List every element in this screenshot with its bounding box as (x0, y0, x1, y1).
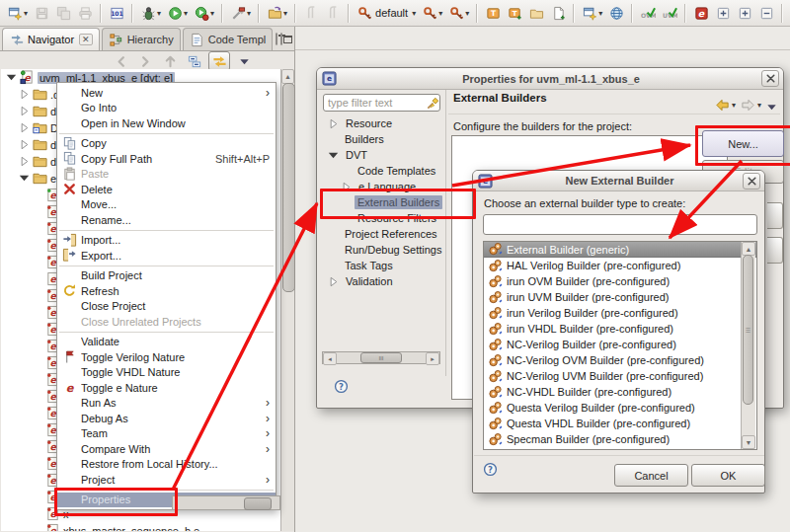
launch-group-button[interactable]: ▾ (445, 0, 472, 26)
prefs-tree-item-validation[interactable]: Validation (323, 273, 441, 289)
clear-filter-broom-icon[interactable] (425, 95, 440, 111)
builder-type-item[interactable]: irun OVM Builder (pre-configured) (484, 273, 756, 289)
view-menu-icon[interactable] (763, 99, 779, 114)
menu-item-rename[interactable]: Rename... (57, 212, 276, 228)
menu-item-project[interactable]: Project› (57, 472, 276, 488)
browser-button[interactable] (605, 0, 627, 26)
ok-button[interactable]: OK (691, 464, 765, 487)
menu-item-copy-full-path[interactable]: Copy Full PathShift+Alt+P (57, 151, 276, 167)
run-history-button[interactable]: ▾ (191, 0, 217, 26)
link-with-editor-button[interactable] (208, 51, 230, 71)
minimize-button[interactable] (276, 33, 277, 45)
builder-type-item[interactable]: HAL Verilog Builder (pre-configured) (484, 258, 756, 273)
scrollbar-thumb[interactable] (244, 497, 272, 510)
menu-item-open-in-new-window[interactable]: Open in New Window (57, 115, 276, 131)
menu-item-validate[interactable]: Validate (57, 335, 276, 350)
help-icon[interactable]: ? (333, 378, 349, 394)
prefs-tree-item-builders[interactable]: Builders (323, 131, 441, 147)
builder-type-item[interactable]: NC-Verilog Builder (pre-configured) (484, 337, 756, 352)
properties-dialog-titlebar[interactable]: e Properties for uvm_ml-1.1_xbus_e (317, 68, 783, 90)
builder-type-item[interactable]: irun VHDL Builder (pre-configured) (484, 321, 756, 337)
ovm-compliance-button[interactable]: OVM (637, 0, 659, 26)
scroll-right-icon[interactable]: ▸ (426, 352, 439, 365)
builder-type-filter-input[interactable] (483, 214, 757, 235)
builder-type-item[interactable]: NC-VHDL Builder (pre-configured) (484, 384, 756, 400)
close-icon[interactable] (761, 70, 779, 87)
prefs-tree-item-resource[interactable]: Resource (323, 115, 441, 131)
builder-type-item[interactable]: irun Verilog Builder (pre-configured) (484, 305, 756, 321)
scrollbar-thumb[interactable]: ☰ (743, 255, 753, 405)
scroll-up-icon[interactable]: ▲ (742, 242, 755, 256)
forward-dropdown-icon[interactable]: ▾ (757, 101, 761, 110)
external-tools-button[interactable]: ▾ (227, 0, 254, 26)
forward-icon[interactable] (740, 97, 755, 113)
menu-item-run-as[interactable]: Run As› (57, 396, 276, 412)
new-verilog-file-button[interactable]: T (504, 0, 525, 26)
menu-item-restore-from-local-history[interactable]: Restore from Local History... (57, 457, 276, 473)
prefs-tree-item-dvt[interactable]: DVT (323, 147, 441, 163)
new-builder-dialog-titlebar[interactable]: e New External Builder (473, 171, 764, 191)
maximize-button[interactable] (280, 33, 282, 45)
tab-code-templ[interactable]: Code Templ (183, 28, 274, 50)
run-button[interactable]: ▾ (164, 0, 191, 26)
view-menu-button[interactable] (233, 51, 255, 71)
launch-config-button[interactable]: ▾ (419, 0, 445, 26)
prefs-tree-item-code-templates[interactable]: Code Templates (323, 163, 441, 179)
close-icon[interactable] (743, 173, 760, 190)
scroll-up-icon[interactable]: ▲ (281, 69, 294, 84)
builder-type-item[interactable]: irun UVM Builder (pre-configured) (484, 289, 756, 305)
menu-item-new[interactable]: New› (57, 85, 276, 101)
menu-item-team[interactable]: Team› (57, 426, 276, 442)
help-icon[interactable]: ? (482, 461, 498, 477)
menu-item-delete[interactable]: Delete (57, 182, 276, 197)
menu-item-close-project[interactable]: Close Project (57, 299, 276, 315)
builder-type-item[interactable]: NC-Verilog UVM Builder (pre-configured) (484, 368, 756, 384)
builder-type-item[interactable]: NC-Verilog OVM Builder (pre-configured) (484, 352, 756, 368)
default-launch-combo[interactable]: default▾ (354, 0, 419, 26)
navigator-vertical-scrollbar[interactable]: ▲ (280, 69, 294, 531)
preferences-tree-hscrollbar[interactable]: ◂ ‖‖ ▸ (322, 351, 440, 364)
menu-item-export[interactable]: Export... (57, 248, 276, 264)
scroll-down-icon[interactable]: ▼ (742, 435, 755, 449)
tree-item-xbus-master-sequence-h-e[interactable]: exbus_master_sequence_h.e (1, 522, 280, 531)
menu-item-compare-with[interactable]: Compare With› (57, 441, 276, 457)
scrollbar-thumb[interactable] (282, 83, 295, 292)
menu-item-move[interactable]: Move... (57, 197, 276, 213)
collapse-button[interactable] (755, 0, 777, 26)
back-dropdown-icon[interactable]: ▾ (732, 101, 736, 110)
debug-button[interactable]: ▾ (137, 0, 164, 26)
expand-all-button[interactable] (734, 0, 755, 26)
new-window-button[interactable]: ▾ (579, 0, 605, 26)
builder-type-item[interactable]: Questa Verilog Builder (pre-configured) (484, 400, 756, 416)
back-icon[interactable] (714, 97, 730, 113)
scrollbar-thumb[interactable]: ‖‖ (360, 352, 402, 363)
new-file-button[interactable] (547, 0, 569, 26)
expand-button[interactable] (712, 0, 734, 26)
prefs-tree-item-project-references[interactable]: Project References (323, 226, 441, 242)
uvm-compliance-button[interactable]: UVM (659, 0, 680, 26)
builder-type-item[interactable]: External Builder (generic) (484, 242, 756, 258)
e-compile-button[interactable]: e (690, 0, 712, 26)
close-icon[interactable]: ✕ (79, 34, 93, 45)
menu-item-toggle-e-nature[interactable]: eToggle e Nature (57, 380, 276, 396)
builder-type-item[interactable]: Questa VHDL Builder (pre-configured) (484, 416, 756, 431)
navigator-horizontal-scrollbar[interactable] (172, 495, 280, 510)
build-button[interactable]: 101 (106, 0, 127, 26)
scroll-left-icon[interactable]: ◂ (323, 352, 337, 365)
new-e-file-button[interactable]: T (482, 0, 504, 26)
menu-item-build-project[interactable]: Build Project (57, 268, 276, 284)
new-wizard-button[interactable]: ▾ (4, 0, 31, 26)
new-folder-button[interactable] (525, 0, 547, 26)
filter-input[interactable] (323, 94, 440, 112)
menu-item-toggle-verilog-nature[interactable]: Toggle Verilog Nature (57, 349, 276, 365)
menu-item-refresh[interactable]: Refresh (57, 283, 276, 299)
prefs-tree-item-task-tags[interactable]: Task Tags (323, 258, 441, 273)
open-resource-button[interactable]: ▾ (264, 0, 290, 26)
pane-sash[interactable] (445, 90, 446, 376)
tab-navigator[interactable]: Navigator✕ (2, 28, 100, 50)
menu-item-toggle-vhdl-nature[interactable]: Toggle VHDL Nature (57, 365, 276, 381)
menu-item-copy[interactable]: Copy (57, 136, 276, 152)
prefs-tree-item-run-debug-settings[interactable]: Run/Debug Settings (323, 242, 441, 258)
cancel-button[interactable]: Cancel (614, 464, 688, 487)
builder-list-vscrollbar[interactable]: ▲ ☰ ▼ (741, 242, 755, 449)
